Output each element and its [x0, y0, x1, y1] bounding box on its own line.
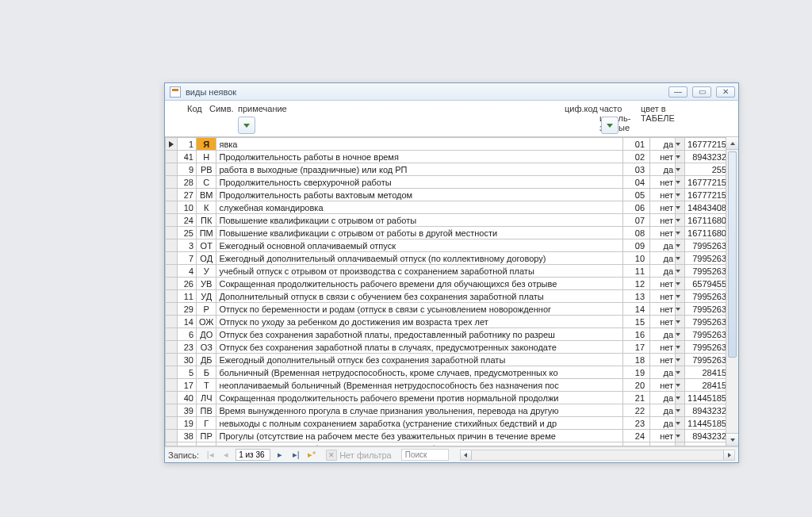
- cell-chasto[interactable]: нет: [650, 176, 676, 189]
- cell-kod[interactable]: 7: [178, 252, 197, 265]
- chasto-dropdown-icon[interactable]: [676, 354, 685, 366]
- search-box[interactable]: Поиск: [401, 449, 449, 461]
- cell-kod[interactable]: 23: [178, 341, 197, 354]
- table-row[interactable]: 11УДДополнительный отпуск в связи с обуч…: [166, 290, 738, 303]
- cell-simv[interactable]: ПМ: [197, 227, 216, 239]
- cell-cvet[interactable]: 7995263: [685, 316, 729, 328]
- cell-simv[interactable]: Б: [197, 366, 216, 379]
- cell-prim[interactable]: невыходы с полным сохранением заработка …: [216, 417, 623, 430]
- cell-simv[interactable]: ВМ: [197, 189, 216, 201]
- cell-cvet[interactable]: 7995263: [685, 303, 729, 316]
- cell-cvet[interactable]: 16777215: [685, 442, 729, 447]
- chasto-dropdown-icon[interactable]: [676, 151, 685, 163]
- cell-cvet[interactable]: 8943232: [685, 404, 729, 417]
- cell-prim[interactable]: Ежегодный дополнительный отпуск без сохр…: [216, 354, 623, 366]
- cell-cif[interactable]: 13: [623, 290, 650, 303]
- chasto-dropdown-icon[interactable]: [676, 303, 685, 316]
- title-bar[interactable]: виды неявок — ▭ ✕: [165, 83, 738, 101]
- cell-chasto[interactable]: да: [650, 366, 676, 379]
- cell-cvet[interactable]: 11445185: [685, 417, 729, 430]
- cell-cif[interactable]: 07: [623, 214, 650, 227]
- cell-chasto[interactable]: нет: [650, 151, 676, 163]
- row-selector[interactable]: [166, 379, 178, 392]
- cell-kod[interactable]: 25: [178, 227, 197, 239]
- cell-prim[interactable]: Время вынужденного прогула в случае приз…: [216, 404, 623, 417]
- table-row[interactable]: 41НПродолжительность работы в ночное вре…: [166, 151, 738, 163]
- cell-cvet[interactable]: 7995263: [685, 252, 729, 265]
- data-grid[interactable]: 1Яявка01да1677721541НПродолжительность р…: [165, 137, 738, 446]
- cell-simv[interactable]: Я: [197, 138, 216, 151]
- chasto-dropdown-icon[interactable]: [676, 239, 685, 252]
- cell-prim[interactable]: Продолжительность сверхурочной работы: [216, 176, 623, 189]
- cell-cvet[interactable]: 255: [685, 163, 729, 176]
- row-selector[interactable]: [166, 265, 178, 278]
- cell-cif[interactable]: 17: [623, 341, 650, 354]
- chasto-dropdown-icon[interactable]: [676, 328, 685, 341]
- chasto-dropdown-icon[interactable]: [676, 278, 685, 290]
- table-row[interactable]: 6ДООтпуск без сохранения заработной плат…: [166, 328, 738, 341]
- cell-cvet[interactable]: 7995263: [685, 341, 729, 354]
- row-selector[interactable]: [166, 303, 178, 316]
- header-cif[interactable]: циф.код: [565, 104, 598, 113]
- row-selector[interactable]: [166, 316, 178, 328]
- cell-chasto[interactable]: да: [650, 404, 676, 417]
- table-row[interactable]: 21НСПродолжительность работы в режиме не…: [166, 442, 738, 447]
- cell-kod[interactable]: 3: [178, 239, 197, 252]
- cell-simv[interactable]: ОТ: [197, 239, 216, 252]
- cell-chasto[interactable]: да: [650, 328, 676, 341]
- row-selector[interactable]: [166, 239, 178, 252]
- header-simv[interactable]: Симв.: [209, 104, 234, 113]
- cell-cif[interactable]: 22: [623, 404, 650, 417]
- chasto-dropdown-icon[interactable]: [676, 379, 685, 392]
- cell-cif[interactable]: 23: [623, 417, 650, 430]
- table-row[interactable]: 3ОТЕжегодный основной оплачиваемый отпус…: [166, 239, 738, 252]
- table-row[interactable]: 23ОЗОтпуск без сохранения заработной пла…: [166, 341, 738, 354]
- hscroll-right[interactable]: [723, 450, 734, 460]
- cell-chasto[interactable]: нет: [650, 341, 676, 354]
- cell-kod[interactable]: 9: [178, 163, 197, 176]
- cell-cif[interactable]: 09: [623, 239, 650, 252]
- row-selector[interactable]: [166, 252, 178, 265]
- table-row[interactable]: 30ДБЕжегодный дополнительный отпуск без …: [166, 354, 738, 366]
- cell-cif[interactable]: 08: [623, 227, 650, 239]
- cell-chasto[interactable]: нет: [650, 303, 676, 316]
- cell-prim[interactable]: Отпуск по уходу за ребенком до достижени…: [216, 316, 623, 328]
- cell-chasto[interactable]: да: [650, 239, 676, 252]
- chasto-dropdown-icon[interactable]: [676, 366, 685, 379]
- cell-cvet[interactable]: 16777215: [685, 138, 729, 151]
- cell-cvet[interactable]: 7995263: [685, 265, 729, 278]
- dropdown-chasto[interactable]: [601, 117, 619, 134]
- cell-cif[interactable]: 20: [623, 379, 650, 392]
- table-row[interactable]: 17Тнеоплачиваемый больничный (Временная …: [166, 379, 738, 392]
- cell-simv[interactable]: РВ: [197, 163, 216, 176]
- cell-kod[interactable]: 21: [178, 442, 197, 447]
- hscroll-left[interactable]: [461, 450, 472, 460]
- cell-prim[interactable]: Сокращенная продолжительность рабочего в…: [216, 278, 623, 290]
- cell-prim[interactable]: Прогулы (отсутствие на рабочем месте без…: [216, 430, 623, 442]
- vertical-scrollbar[interactable]: [726, 137, 738, 446]
- cell-kod[interactable]: 28: [178, 176, 197, 189]
- cell-simv[interactable]: УД: [197, 290, 216, 303]
- table-row[interactable]: 10Кслужебная командировка06нет14843408: [166, 201, 738, 214]
- cell-prim[interactable]: служебная командировка: [216, 201, 623, 214]
- chasto-dropdown-icon[interactable]: [676, 341, 685, 354]
- cell-chasto[interactable]: нет: [650, 278, 676, 290]
- cell-cvet[interactable]: 14843408: [685, 201, 729, 214]
- chasto-dropdown-icon[interactable]: [676, 442, 685, 447]
- cell-prim[interactable]: Повышение квалификации с отрывом от рабо…: [216, 214, 623, 227]
- table-row[interactable]: 39ПВВремя вынужденного прогула в случае …: [166, 404, 738, 417]
- chasto-dropdown-icon[interactable]: [676, 417, 685, 430]
- cell-cif[interactable]: 24: [623, 430, 650, 442]
- cell-chasto[interactable]: нет: [650, 316, 676, 328]
- filter-status[interactable]: Нет фильтра: [326, 450, 392, 461]
- cell-chasto[interactable]: нет: [650, 354, 676, 366]
- chasto-dropdown-icon[interactable]: [676, 176, 685, 189]
- row-selector[interactable]: [166, 163, 178, 176]
- cell-cvet[interactable]: 7995263: [685, 328, 729, 341]
- cell-simv[interactable]: ПР: [197, 430, 216, 442]
- cell-chasto[interactable]: да: [650, 265, 676, 278]
- minimize-button[interactable]: —: [668, 86, 688, 98]
- chasto-dropdown-icon[interactable]: [676, 265, 685, 278]
- cell-kod[interactable]: 4: [178, 265, 197, 278]
- cell-cif[interactable]: 14: [623, 303, 650, 316]
